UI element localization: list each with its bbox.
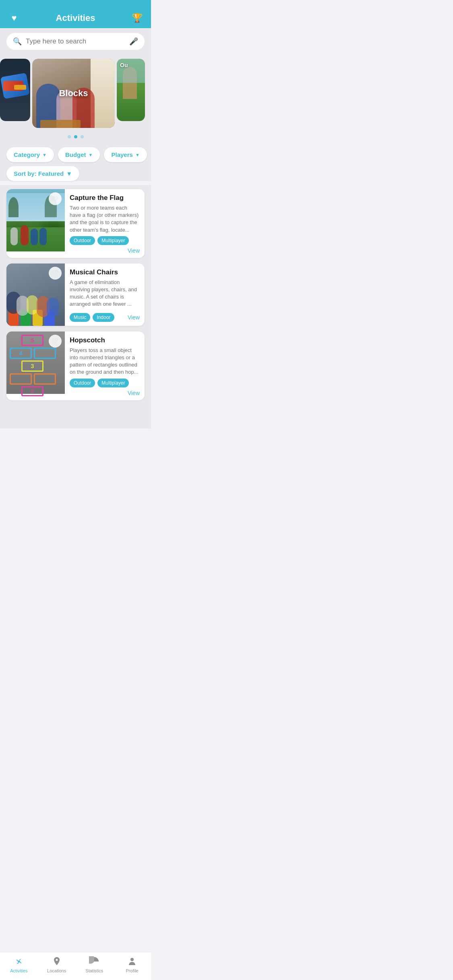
hopscotch-tags: Outdoor Multiplayer View bbox=[70, 379, 140, 396]
page-title: Activities bbox=[20, 13, 131, 23]
activity-card-musical-chairs: ♡ Musical Chairs A game of elimination i… bbox=[6, 264, 145, 326]
carousel-dot-1[interactable] bbox=[68, 135, 71, 138]
carousel-item-center[interactable]: Blocks bbox=[32, 59, 115, 128]
category-label: Category bbox=[14, 151, 40, 158]
search-input[interactable] bbox=[26, 37, 125, 45]
sort-chevron-icon: ▼ bbox=[66, 170, 72, 177]
category-filter-button[interactable]: Category ▼ bbox=[6, 147, 54, 162]
capture-the-flag-heart-button[interactable]: ♡ bbox=[49, 192, 62, 205]
activity-card-capture-the-flag: ♡ Capture the Flag Two or more teams eac… bbox=[6, 189, 145, 258]
card-content-musical: Musical Chairs A game of elimination inv… bbox=[65, 264, 145, 326]
carousel-center-label: Blocks bbox=[59, 88, 88, 99]
carousel-item-right[interactable]: Ou bbox=[117, 59, 145, 121]
header: ♥ Activities 🏆 bbox=[0, 0, 151, 28]
card-content-capture: Capture the Flag Two or more teams each … bbox=[65, 189, 145, 258]
capture-the-flag-tags: Outdoor Multiplayer View bbox=[70, 236, 140, 254]
musical-chairs-view-link[interactable]: View bbox=[128, 314, 140, 321]
sort-label: Sort by: Featured bbox=[14, 170, 64, 177]
carousel-dot-3[interactable] bbox=[81, 135, 84, 138]
tag-outdoor-1[interactable]: Outdoor bbox=[70, 236, 95, 245]
hopscotch-view-link[interactable]: View bbox=[128, 390, 140, 396]
filter-row: Category ▼ Budget ▼ Players ▼ bbox=[6, 147, 145, 162]
card-image-musical: ♡ bbox=[6, 264, 65, 326]
carousel-right-label: Ou bbox=[120, 62, 128, 68]
players-label: Players bbox=[111, 151, 132, 158]
heart-icon[interactable]: ♥ bbox=[8, 13, 20, 23]
tag-indoor[interactable]: Indoor bbox=[93, 313, 114, 322]
capture-the-flag-title: Capture the Flag bbox=[70, 194, 140, 202]
hopscotch-description: Players toss a small object into numbere… bbox=[70, 347, 140, 376]
search-icon: 🔍 bbox=[13, 37, 22, 46]
card-content-hopscotch: Hopscotch Players toss a small object in… bbox=[65, 331, 145, 400]
activities-list: ♡ Capture the Flag Two or more teams eac… bbox=[0, 185, 151, 428]
musical-chairs-heart-button[interactable]: ♡ bbox=[49, 267, 62, 280]
card-image-capture: ♡ bbox=[6, 189, 65, 258]
search-bar[interactable]: 🔍 🎤 bbox=[6, 33, 145, 50]
tag-outdoor-2[interactable]: Outdoor bbox=[70, 379, 95, 387]
capture-the-flag-view-link[interactable]: View bbox=[128, 247, 140, 254]
microphone-icon[interactable]: 🎤 bbox=[129, 37, 138, 46]
musical-chairs-description: A game of elimination involving players,… bbox=[70, 279, 140, 311]
capture-the-flag-description: Two or more teams each have a flag (or o… bbox=[70, 204, 140, 234]
budget-filter-button[interactable]: Budget ▼ bbox=[58, 147, 100, 162]
players-chevron-icon: ▼ bbox=[135, 152, 140, 157]
hopscotch-title: Hopscotch bbox=[70, 336, 140, 344]
budget-label: Budget bbox=[65, 151, 86, 158]
musical-chairs-tags: Music Indoor View bbox=[70, 313, 140, 322]
players-filter-button[interactable]: Players ▼ bbox=[104, 147, 147, 162]
carousel-item-left[interactable] bbox=[0, 59, 30, 121]
tag-multiplayer-1[interactable]: Multiplayer bbox=[97, 236, 129, 245]
card-image-hopscotch: 5 4 3 2 ♡ bbox=[6, 331, 65, 400]
tag-music[interactable]: Music bbox=[70, 313, 90, 322]
trophy-icon[interactable]: 🏆 bbox=[131, 13, 143, 23]
tag-multiplayer-2[interactable]: Multiplayer bbox=[97, 379, 129, 387]
budget-chevron-icon: ▼ bbox=[89, 152, 93, 157]
carousel-dots bbox=[0, 132, 151, 143]
activity-card-hopscotch: 5 4 3 2 ♡ Hopscotch Players toss a small… bbox=[6, 331, 145, 400]
musical-chairs-title: Musical Chairs bbox=[70, 268, 140, 276]
carousel-dot-2[interactable] bbox=[74, 135, 77, 138]
category-chevron-icon: ▼ bbox=[42, 152, 47, 157]
carousel-track[interactable]: Blocks Ou bbox=[0, 59, 151, 132]
sort-button[interactable]: Sort by: Featured ▼ bbox=[6, 166, 79, 181]
filters-section: Category ▼ Budget ▼ Players ▼ Sort by: F… bbox=[0, 143, 151, 181]
carousel: Blocks Ou bbox=[0, 55, 151, 143]
hopscotch-heart-button[interactable]: ♡ bbox=[49, 335, 62, 348]
search-container: 🔍 🎤 bbox=[0, 28, 151, 55]
